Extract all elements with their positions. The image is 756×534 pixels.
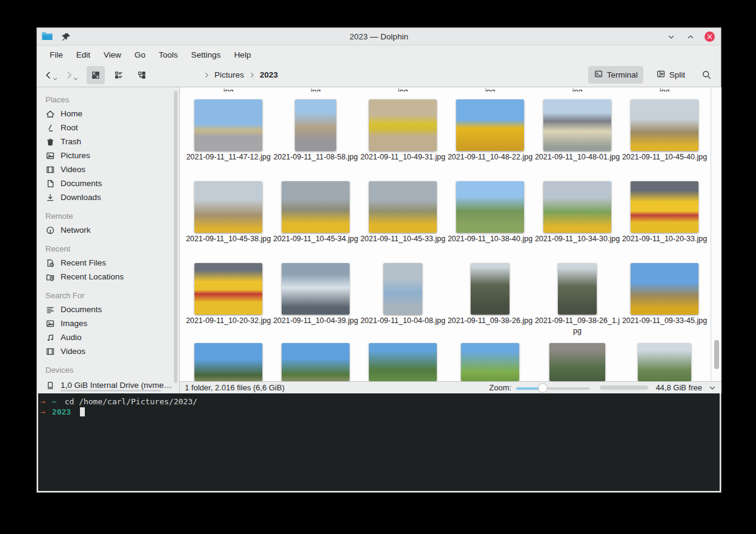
menu-help[interactable]: Help (228, 48, 256, 61)
file-item[interactable] (185, 343, 272, 381)
file-thumbnail[interactable] (194, 181, 262, 233)
icons-view-button[interactable] (87, 66, 105, 84)
menu-edit[interactable]: Edit (71, 48, 96, 61)
file-item[interactable] (446, 343, 534, 381)
file-item[interactable]: 2021-09-11_10-48-01.jpg (534, 98, 621, 162)
file-name[interactable]: 2021-09-11_10-48-22.jpg (447, 152, 533, 162)
zoom-slider[interactable] (516, 383, 590, 393)
file-item[interactable]: 2021-09-11_10-48-22.jpg (446, 98, 534, 162)
file-thumbnail[interactable] (543, 99, 611, 151)
terminal-button[interactable]: Terminal (588, 66, 643, 84)
menu-settings[interactable]: Settings (186, 48, 227, 61)
file-name[interactable]: 2021-09-11_10-38-40.jpg (447, 234, 533, 244)
file-thumbnail[interactable] (295, 99, 336, 151)
file-name[interactable]: 2021-09-11_10-45-38.jpg (185, 234, 271, 244)
file-name[interactable]: 2021-09-11_10-20-32.jpg (185, 316, 271, 326)
sidebar-item-audio[interactable]: Audio (37, 330, 179, 344)
file-item[interactable]: 2021-09-11_09-33-45.jpg (621, 261, 708, 337)
file-name[interactable]: 2021-09-11_09-33-45.jpg (622, 316, 708, 326)
scrollbar-thumb[interactable] (714, 340, 719, 369)
file-thumbnail[interactable] (631, 181, 698, 233)
search-button[interactable] (698, 67, 715, 84)
file-name[interactable]: 2021-09-11_10-34-30.jpg (534, 234, 620, 244)
file-name[interactable]: 2021-09-11_10-04-08.jpg (360, 316, 446, 326)
close-button[interactable] (705, 32, 715, 42)
breadcrumb-pictures[interactable]: Pictures (213, 69, 246, 81)
maximize-button[interactable] (685, 32, 696, 42)
compact-view-button[interactable] (110, 66, 128, 84)
sidebar-item-home[interactable]: Home (37, 107, 179, 121)
sidebar-item-videos[interactable]: Videos (37, 162, 179, 176)
file-thumbnail[interactable] (456, 181, 524, 233)
file-thumbnail[interactable] (369, 181, 437, 233)
file-name[interactable]: 2021-09-11_10-20-33.jpg (622, 234, 708, 244)
file-name[interactable]: 2021-09-11_09-38-26_1.jpg (534, 316, 620, 337)
details-view-button[interactable] (133, 66, 151, 84)
file-thumbnail[interactable] (461, 343, 519, 381)
breadcrumb-2023[interactable]: 2023 (258, 69, 280, 81)
menu-view[interactable]: View (98, 48, 127, 61)
back-button[interactable] (39, 66, 58, 84)
minimize-button[interactable] (666, 32, 677, 42)
file-item[interactable]: 2021-09-11_10-45-34.jpg (272, 179, 359, 244)
file-name[interactable]: 2021-09-11_10-45-34.jpg (273, 234, 359, 244)
file-thumbnail[interactable] (383, 263, 422, 315)
file-view-scrollbar[interactable] (711, 87, 721, 381)
file-item[interactable]: 2021-09-11_09-38-26.jpg (446, 261, 534, 337)
file-thumbnail[interactable] (194, 99, 262, 151)
file-item[interactable] (359, 343, 446, 381)
terminal-cursor[interactable] (80, 407, 85, 416)
file-name[interactable]: 2021-09-11_11-47-12.jpg (185, 152, 271, 162)
file-name[interactable]: 2021-09-11_11-08-58.jpg (273, 152, 359, 162)
titlebar[interactable]: 2023 — Dolphin (37, 28, 721, 45)
forward-history-caret-icon[interactable] (73, 73, 78, 84)
zoom-slider-handle[interactable] (538, 383, 548, 393)
file-view[interactable]: jpgjpgjpgjpgjpgjpg2021-09-11_11-47-12.jp… (179, 87, 711, 381)
back-history-caret-icon[interactable] (53, 73, 58, 84)
chevron-down-icon[interactable] (708, 384, 717, 392)
places-scrollbar[interactable] (174, 91, 177, 383)
file-item[interactable]: 2021-09-11_10-49-31.jpg (359, 98, 446, 162)
sidebar-item-recent-files[interactable]: Recent Files (37, 256, 179, 270)
sidebar-item-trash[interactable]: Trash (37, 135, 179, 149)
file-name[interactable]: 2021-09-11_10-49-31.jpg (360, 152, 446, 162)
terminal-panel[interactable]: →~cd /home/carl/Pictures/2023/→2023 (38, 393, 720, 491)
sidebar-item-images[interactable]: Images (37, 316, 179, 330)
menu-go[interactable]: Go (129, 48, 151, 61)
file-thumbnail[interactable] (558, 263, 597, 315)
file-item[interactable]: 2021-09-11_11-08-58.jpg (272, 98, 359, 162)
file-name[interactable]: 2021-09-11_10-45-40.jpg (622, 152, 708, 162)
file-item[interactable]: 2021-09-11_09-38-26_1.jpg (534, 261, 621, 337)
file-thumbnail[interactable] (549, 343, 605, 381)
file-thumbnail[interactable] (369, 99, 437, 151)
sidebar-item-pictures[interactable]: Pictures (37, 149, 179, 162)
file-thumbnail[interactable] (543, 181, 611, 233)
file-item[interactable]: 2021-09-11_10-45-33.jpg (359, 179, 446, 244)
file-item[interactable]: 2021-09-11_10-04-08.jpg (359, 261, 446, 337)
sidebar-item-recent-locations[interactable]: Recent Locations (37, 270, 179, 284)
file-name[interactable]: 2021-09-11_10-48-01.jpg (534, 152, 620, 162)
file-thumbnail[interactable] (631, 99, 698, 151)
file-item[interactable]: 2021-09-11_10-38-40.jpg (446, 179, 534, 244)
sidebar-item-documents[interactable]: Documents (37, 302, 179, 316)
file-thumbnail[interactable] (282, 263, 350, 315)
file-name[interactable]: 2021-09-11_10-45-33.jpg (360, 234, 446, 244)
file-thumbnail[interactable] (282, 181, 350, 233)
file-item[interactable]: 2021-09-11_10-34-30.jpg (534, 179, 621, 244)
file-thumbnail[interactable] (194, 263, 262, 315)
file-name[interactable]: 2021-09-11_10-04-39.jpg (273, 316, 359, 326)
file-thumbnail[interactable] (282, 343, 350, 381)
sidebar-item-videos[interactable]: Videos (37, 344, 179, 358)
menu-tools[interactable]: Tools (153, 48, 184, 61)
sidebar-item-documents[interactable]: Documents (37, 176, 179, 190)
file-thumbnail[interactable] (638, 343, 691, 381)
file-item[interactable]: 2021-09-11_11-47-12.jpg (185, 98, 272, 162)
forward-button[interactable] (60, 66, 78, 84)
file-thumbnail[interactable] (631, 263, 698, 315)
file-item[interactable] (621, 343, 708, 381)
file-item[interactable] (534, 343, 621, 381)
file-thumbnail[interactable] (194, 343, 262, 381)
sidebar-item-downloads[interactable]: Downloads (37, 190, 179, 204)
file-name[interactable]: 2021-09-11_09-38-26.jpg (447, 316, 533, 326)
split-button[interactable]: Split (651, 66, 691, 84)
